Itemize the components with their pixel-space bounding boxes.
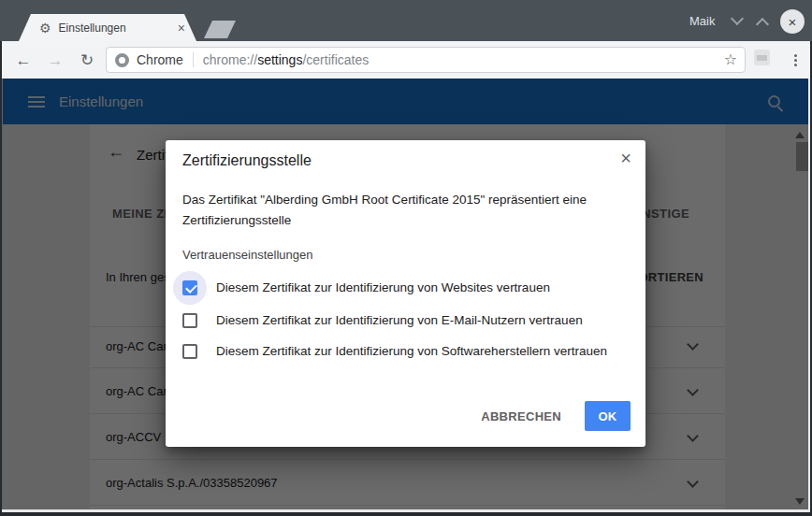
url-path: /certificates bbox=[302, 52, 369, 67]
browser-toolbar: ← → ↻ Chrome chrome://settings/certifica… bbox=[2, 41, 810, 79]
tab-title: Einstellungen bbox=[59, 22, 172, 35]
window-minimize-icon[interactable] bbox=[731, 12, 744, 25]
titlebar: ⚙ Einstellungen × Maik × bbox=[0, 0, 812, 41]
window-frame bbox=[2, 79, 3, 509]
user-name: Maik bbox=[689, 14, 715, 28]
url-host: settings bbox=[257, 52, 302, 67]
window-close-icon: × bbox=[789, 14, 797, 30]
forward-icon[interactable]: → bbox=[46, 52, 65, 68]
url-text[interactable]: chrome://settings/certificates bbox=[203, 52, 724, 67]
checkbox-software[interactable] bbox=[182, 344, 197, 359]
dialog-message-line2: Zertifizierungsstelle bbox=[182, 210, 622, 231]
browser-menu-icon[interactable] bbox=[788, 50, 803, 69]
extension-glyph bbox=[757, 55, 767, 61]
dialog-message-line1: Das Zertifikat "Alberding GmbH Root Cert… bbox=[182, 190, 622, 210]
tab-close-icon[interactable]: × bbox=[178, 22, 185, 35]
browser-tab-einstellungen[interactable]: ⚙ Einstellungen × bbox=[19, 14, 196, 41]
site-label: Chrome bbox=[137, 52, 183, 67]
dialog-title: Zertifizierungsstelle bbox=[182, 152, 312, 169]
window-frame bbox=[0, 512, 812, 516]
chrome-logo-icon bbox=[115, 53, 129, 67]
back-icon[interactable]: ← bbox=[14, 52, 33, 68]
browser-window: ⚙ Einstellungen × Maik × ← → ↻ Chrome ch… bbox=[0, 0, 812, 516]
checkbox-email[interactable] bbox=[182, 313, 197, 328]
cancel-button[interactable]: ABBRECHEN bbox=[481, 409, 561, 423]
checkbox-software-label[interactable]: Diesem Zertifikat zur Identifizierung vo… bbox=[216, 344, 607, 358]
checkbox-email-label[interactable]: Diesem Zertifikat zur Identifizierung vo… bbox=[216, 313, 583, 327]
checkbox-websites-label[interactable]: Diesem Zertifikat zur Identifizierung vo… bbox=[216, 280, 550, 294]
bookmark-star-icon[interactable]: ☆ bbox=[724, 52, 737, 67]
nav-controls: ← → ↻ bbox=[14, 41, 96, 79]
gear-icon: ⚙ bbox=[39, 22, 51, 35]
window-close-button[interactable]: × bbox=[780, 9, 805, 34]
address-bar[interactable]: Chrome chrome://settings/certificates ☆ bbox=[106, 47, 746, 73]
url-scheme: chrome:// bbox=[203, 52, 257, 67]
dialog-close-icon[interactable]: × bbox=[620, 149, 631, 167]
extension-icon[interactable] bbox=[754, 50, 770, 65]
omnibox-divider bbox=[193, 52, 194, 67]
trust-settings-label: Vertrauenseinstellungen bbox=[182, 248, 313, 262]
certificate-authority-dialog: Zertifizierungsstelle × Das Zertifikat "… bbox=[166, 140, 645, 447]
ok-button[interactable]: OK bbox=[585, 401, 631, 431]
new-tab-button[interactable] bbox=[204, 21, 236, 38]
checkbox-websites[interactable] bbox=[182, 280, 197, 295]
reload-icon[interactable]: ↻ bbox=[78, 52, 96, 68]
window-maximize-icon[interactable] bbox=[756, 18, 769, 31]
dialog-message: Das Zertifikat "Alberding GmbH Root Cert… bbox=[182, 190, 622, 231]
dialog-actions: ABBRECHEN OK bbox=[481, 401, 631, 431]
page-content: Einstellungen ← Zertifikate verwalten ME… bbox=[2, 79, 810, 509]
